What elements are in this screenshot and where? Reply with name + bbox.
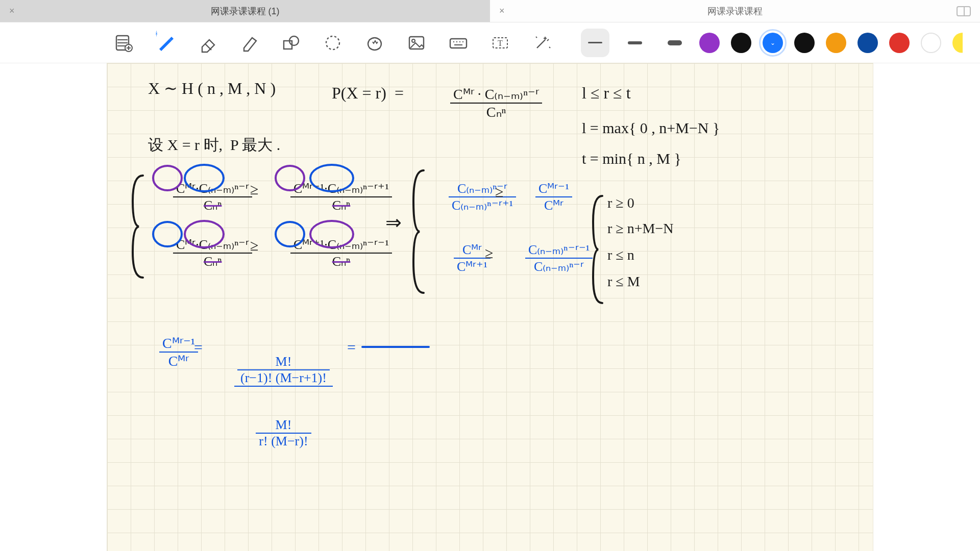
svg-point-4 bbox=[326, 36, 339, 49]
hw-t-def: t = min{ n , M } bbox=[582, 150, 681, 167]
highlighter-icon[interactable] bbox=[235, 29, 263, 57]
hw-ge1: ≥ bbox=[250, 181, 258, 198]
hw-eq1: = bbox=[194, 339, 203, 356]
hw-sys1b: Cᴹʳ·C₍ₙ₋ₘ₎ⁿ⁻ʳCₙⁿ bbox=[153, 221, 252, 285]
color-purple[interactable] bbox=[699, 33, 720, 53]
hw-rb2: r ≤ n bbox=[607, 247, 634, 263]
hw-pmf-lhs: P(X = r) = bbox=[332, 84, 404, 103]
add-page-icon[interactable] bbox=[109, 29, 138, 57]
hw-implies: ⇒ bbox=[385, 211, 402, 234]
hw-expand-left: Cᴹʳ⁻¹Cᴹʳ bbox=[138, 318, 198, 386]
splitview-icon[interactable] bbox=[957, 6, 971, 16]
color-darkblue[interactable] bbox=[857, 33, 878, 53]
tab-bar: × 网课录课课程 (1) × 网课录课课程 bbox=[0, 0, 980, 22]
close-tab-icon[interactable]: × bbox=[499, 6, 505, 16]
color-black-2[interactable] bbox=[794, 33, 815, 53]
color-yellow[interactable] bbox=[952, 33, 973, 53]
tool-group: ᚼ T bbox=[109, 29, 556, 57]
keyboard-icon[interactable] bbox=[444, 29, 473, 57]
hw-rb0: r ≥ 0 bbox=[607, 195, 634, 211]
svg-point-10 bbox=[153, 166, 182, 190]
hw-system2-brace bbox=[408, 165, 429, 298]
bluetooth-icon: ᚼ bbox=[155, 30, 158, 37]
hw-eq2: = bbox=[347, 339, 356, 356]
sticker-icon[interactable] bbox=[360, 29, 389, 57]
svg-text:T: T bbox=[498, 39, 503, 47]
hw-expand-right: M!(r−1)! (M−r+1)! M!r! (M−r)! bbox=[214, 308, 333, 495]
hw-sys1b-r: Cᴹʳ⁺¹·C₍ₙ₋ₘ₎ⁿ⁻ʳ⁻¹Cₙⁿ bbox=[271, 221, 392, 285]
hw-system-brace bbox=[128, 165, 393, 288]
stroke-thin[interactable] bbox=[581, 29, 609, 57]
color-orange[interactable] bbox=[826, 33, 846, 53]
hw-ge2: ≥ bbox=[250, 237, 258, 254]
hw-assume: 设 X = r 时, P 最大 . bbox=[148, 135, 280, 156]
shapes-icon[interactable] bbox=[277, 29, 305, 57]
stroke-width-group bbox=[581, 29, 689, 57]
svg-point-16 bbox=[276, 222, 304, 246]
svg-point-11 bbox=[185, 165, 224, 191]
hw-circles bbox=[148, 163, 383, 265]
svg-point-6 bbox=[412, 39, 415, 42]
hw-sys1a-r: Cᴹʳ⁻¹·C₍ₙ₋ₘ₎ⁿ⁻ʳ⁺¹Cₙⁿ bbox=[271, 165, 392, 229]
tab-document-1[interactable]: × 网课录课课程 (1) bbox=[0, 0, 490, 22]
svg-point-15 bbox=[185, 221, 224, 247]
svg-point-13 bbox=[310, 165, 353, 191]
hw-blank-line bbox=[362, 342, 434, 352]
hw-rb3: r ≤ M bbox=[607, 273, 640, 290]
tab-title: 网课录课课程 bbox=[707, 5, 763, 17]
note-page[interactable]: X ∼ H ( n , M , N ) P(X = r) = Cᴹʳ · C₍ₙ… bbox=[107, 63, 873, 551]
close-tab-icon[interactable]: × bbox=[9, 6, 15, 16]
color-empty[interactable] bbox=[921, 33, 941, 53]
svg-point-14 bbox=[153, 222, 182, 246]
hw-range: l ≤ r ≤ t bbox=[582, 84, 631, 103]
hw-rbounds-brace bbox=[587, 191, 607, 308]
canvas-area[interactable]: X ∼ H ( n , M , N ) P(X = r) = Cᴹʳ · C₍ₙ… bbox=[0, 63, 980, 551]
stroke-thick[interactable] bbox=[660, 29, 689, 57]
hw-l-def: l = max{ 0 , n+M−N } bbox=[582, 119, 720, 137]
color-black[interactable] bbox=[731, 33, 751, 53]
svg-point-17 bbox=[310, 221, 353, 247]
eraser-icon[interactable] bbox=[193, 29, 222, 57]
hw-ge3: ≥ bbox=[495, 183, 503, 201]
hw-pmf-frac: Cᴹʳ · C₍ₙ₋ₘ₎ⁿ⁻ʳCₙⁿ bbox=[429, 69, 542, 137]
image-icon[interactable] bbox=[402, 29, 431, 57]
magic-icon[interactable] bbox=[528, 29, 556, 57]
tab-document-2[interactable]: × 网课录课课程 bbox=[490, 0, 980, 22]
svg-point-12 bbox=[276, 166, 304, 190]
hw-rb1: r ≥ n+M−N bbox=[607, 220, 673, 237]
hw-sys1a: Cᴹʳ·C₍ₙ₋ₘ₎ⁿ⁻ʳCₙⁿ bbox=[153, 165, 252, 229]
textbox-icon[interactable]: T bbox=[486, 29, 514, 57]
pen-icon[interactable]: ᚼ bbox=[151, 29, 180, 57]
hw-sys2b-r: C₍ₙ₋ₘ₎ⁿ⁻ʳ⁻¹C₍ₙ₋ₘ₎ⁿ⁻ʳ bbox=[505, 227, 593, 290]
color-blue[interactable]: ⌄ bbox=[763, 33, 783, 53]
hw-sys2b-l: CᴹʳCᴹʳ⁺¹ bbox=[434, 227, 491, 290]
hw-sys2a-r: Cᴹʳ⁻¹Cᴹʳ bbox=[516, 165, 572, 229]
stroke-medium[interactable] bbox=[621, 29, 649, 57]
color-red[interactable] bbox=[889, 33, 910, 53]
chevron-down-icon: ⌄ bbox=[770, 39, 775, 46]
svg-rect-2 bbox=[284, 41, 292, 49]
hw-sys2a-l: C₍ₙ₋ₘ₎ⁿ⁻ʳC₍ₙ₋ₘ₎ⁿ⁻ʳ⁺¹ bbox=[429, 165, 516, 229]
svg-rect-7 bbox=[450, 39, 467, 48]
lasso-icon[interactable] bbox=[318, 29, 347, 57]
hw-ge4: ≥ bbox=[485, 244, 493, 262]
toolbar: ᚼ T bbox=[0, 22, 980, 63]
tab-title: 网课录课课程 (1) bbox=[211, 5, 280, 17]
hw-distribution: X ∼ H ( n , M , N ) bbox=[148, 79, 276, 98]
color-group: ⌄ bbox=[699, 33, 973, 53]
